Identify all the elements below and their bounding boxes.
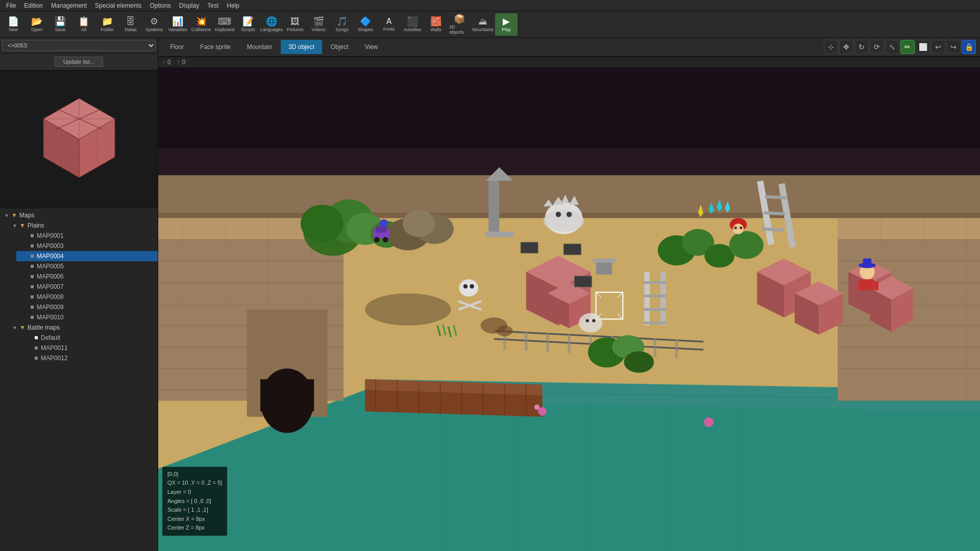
tree-plains-label: Plains xyxy=(28,222,44,229)
tree-maps-header[interactable]: ▼ ▼ Maps xyxy=(0,210,158,220)
list-item[interactable]: MAP0004 xyxy=(16,251,158,261)
toolbar-all-label: All xyxy=(81,27,86,32)
toolbar-new-label: New xyxy=(9,27,18,32)
svg-point-152 xyxy=(740,227,742,229)
toolbar-autotiles[interactable]: ⬛ Autotiles xyxy=(401,13,424,36)
map-dot-icon xyxy=(31,275,34,278)
list-item[interactable]: MAP0011 xyxy=(16,343,158,353)
list-item[interactable]: MAP0003 xyxy=(16,241,158,251)
svg-point-161 xyxy=(538,407,547,416)
autotiles-icon: ⬛ xyxy=(407,17,418,26)
variables-icon: 📊 xyxy=(172,17,183,26)
info-line7: Center Z = 8px xyxy=(167,523,222,533)
toolbar-variables-label: Variables xyxy=(168,27,187,32)
toolbar-walls-label: Walls xyxy=(430,27,442,32)
toolbar-all[interactable]: 📋 All xyxy=(72,13,95,36)
coord-y-arrow-icon: ↑ xyxy=(177,59,180,66)
draw-button[interactable]: ✏ xyxy=(900,40,915,54)
toolbar-languages[interactable]: 🌐 Languages xyxy=(260,13,283,36)
list-item[interactable]: MAP0005 xyxy=(16,261,158,271)
list-item[interactable]: Default xyxy=(16,333,158,343)
list-item[interactable]: MAP0009 xyxy=(16,302,158,312)
menu-special-elements[interactable]: Special elements xyxy=(91,1,145,10)
redo-button[interactable]: ↪ xyxy=(946,40,961,54)
svg-point-128 xyxy=(567,212,572,217)
menu-display[interactable]: Display xyxy=(175,1,203,10)
tab-mountain[interactable]: Mountain xyxy=(239,40,280,54)
toolbar-collisions-label: Collisions xyxy=(191,27,211,32)
map-view[interactable]: [0,0] QX = 10 ,Y = 0 ,Z = 5] Layer = 0 A… xyxy=(158,68,980,551)
play-icon: ▶ xyxy=(503,17,510,26)
toolbar-walls[interactable]: 🧱 Walls xyxy=(425,13,447,36)
list-item[interactable]: MAP0008 xyxy=(16,292,158,302)
toolbar-folder[interactable]: 📁 Folder xyxy=(96,13,118,36)
draw-icon: ✏ xyxy=(904,43,911,51)
scale-button[interactable]: ⤡ xyxy=(885,40,899,54)
toolbar-fonts[interactable]: A Fonts xyxy=(378,13,400,36)
toolbar-open[interactable]: 📂 Open xyxy=(26,13,48,36)
move-tool-button[interactable]: ✥ xyxy=(839,40,853,54)
toolbar-open-label: Open xyxy=(31,27,42,32)
toolbar-3dobjects[interactable]: 📦 3D objects xyxy=(448,13,471,36)
svg-point-137 xyxy=(463,284,468,288)
tree-plains-header[interactable]: ▼ ▼ Plains xyxy=(8,220,158,231)
list-item[interactable]: MAP0006 xyxy=(16,271,158,282)
lock-button[interactable]: 🔒 xyxy=(962,40,976,54)
list-item[interactable]: MAP0007 xyxy=(16,282,158,292)
toolbar-collisions[interactable]: 💥 Collisions xyxy=(190,13,212,36)
preview-area xyxy=(0,70,158,208)
svg-point-133 xyxy=(579,313,602,333)
update-list-button[interactable]: Update list... xyxy=(55,57,103,67)
svg-point-150 xyxy=(733,223,744,234)
svg-point-155 xyxy=(374,237,380,242)
svg-point-126 xyxy=(543,210,584,232)
list-item[interactable]: MAP0001 xyxy=(16,231,158,241)
menu-edition[interactable]: Edition xyxy=(20,1,47,10)
tab-view[interactable]: View xyxy=(357,40,385,54)
toolbar-pictures[interactable]: 🖼 Pictures xyxy=(284,13,306,36)
toolbar-shapes[interactable]: 🔷 Shapes xyxy=(354,13,377,36)
tab-3d-object[interactable]: 3D object xyxy=(281,40,322,54)
svg-line-98 xyxy=(762,229,783,230)
fonts-icon: A xyxy=(386,17,392,26)
toolbar-systems[interactable]: ⚙ Systems xyxy=(143,13,165,36)
maps-folder-icon: ▼ xyxy=(11,212,17,219)
toolbar-songs[interactable]: 🎵 Songs xyxy=(331,13,353,36)
list-item[interactable]: MAP0010 xyxy=(16,312,158,322)
plains-folder-icon: ▼ xyxy=(19,222,26,229)
map-selector-dropdown[interactable]: <>0053: xyxy=(2,40,156,51)
svg-rect-164 xyxy=(596,261,612,274)
svg-rect-144 xyxy=(874,282,878,290)
tree-battle-maps-header[interactable]: ▼ ▼ Battle maps xyxy=(8,322,158,333)
rotate-xy-button[interactable]: ↻ xyxy=(854,40,869,54)
toolbar-play[interactable]: ▶ Play xyxy=(495,13,518,36)
svg-point-121 xyxy=(624,352,654,373)
list-item[interactable]: MAP0012 xyxy=(16,353,158,363)
toolbar-scripts[interactable]: 📝 Scripts xyxy=(237,13,259,36)
toolbar-new[interactable]: 📄 New xyxy=(2,13,24,36)
toolbar-mountains[interactable]: ⛰ Mountains xyxy=(472,13,494,36)
erase-button[interactable]: ⬜ xyxy=(916,40,930,54)
map-dot-icon xyxy=(31,265,34,268)
menu-test[interactable]: Test xyxy=(203,1,223,10)
coord-x-item: ↑ 0 xyxy=(162,59,171,66)
plains-maps-list: MAP0001 MAP0003 MAP0004 MAP0005 xyxy=(8,231,158,322)
svg-line-96 xyxy=(765,197,787,198)
svg-point-178 xyxy=(365,293,451,325)
toolbar-variables[interactable]: 📊 Variables xyxy=(166,13,189,36)
menu-file[interactable]: File xyxy=(2,1,20,10)
svg-point-135 xyxy=(592,319,595,322)
tab-floor[interactable]: Floor xyxy=(162,40,191,54)
toolbar-keyboard[interactable]: ⌨ Keyboard xyxy=(213,13,236,36)
toolbar-datas[interactable]: 🗄 Datas xyxy=(119,13,142,36)
undo-button[interactable]: ↩ xyxy=(931,40,945,54)
toolbar-save[interactable]: 💾 Save xyxy=(49,13,71,36)
rotate-z-button[interactable]: ⟳ xyxy=(870,40,884,54)
menu-management[interactable]: Management xyxy=(47,1,91,10)
toolbar-videos[interactable]: 🎬 Videos xyxy=(307,13,330,36)
menu-options[interactable]: Options xyxy=(145,1,175,10)
tab-object[interactable]: Object xyxy=(323,40,356,54)
select-tool-button[interactable]: ⊹ xyxy=(824,40,838,54)
menu-help[interactable]: Help xyxy=(223,1,243,10)
tab-face-sprite[interactable]: Face sprite xyxy=(192,40,238,54)
